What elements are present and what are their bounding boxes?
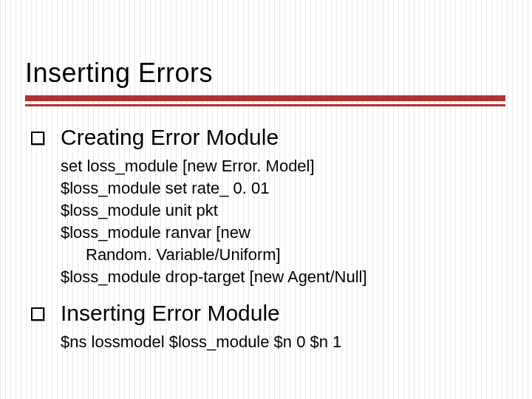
section-1-heading: Creating Error Module [61,123,279,152]
code-line: $loss_module ranvar [new [61,222,504,244]
square-bullet-icon [31,307,44,321]
square-bullet-icon [31,132,44,145]
code-line: set loss_module [new Error. Model] [61,155,504,177]
slide: Inserting Errors Creating Error Module s… [0,0,532,399]
title-rule-thin [25,104,505,106]
section-2: Inserting Error Module [31,299,504,328]
code-line-continuation: Random. Variable/Uniform] [61,244,504,266]
slide-title: Inserting Errors [25,58,213,89]
code-line: $loss_module set rate_ 0. 01 [61,177,504,200]
section-1: Creating Error Module [31,123,504,152]
code-line: $ns lossmodel $loss_module $n 0 $n 1 [61,331,504,353]
title-rule-thick [25,95,505,101]
slide-body: Creating Error Module set loss_module [n… [31,118,504,353]
section-2-heading: Inserting Error Module [61,299,280,328]
section-1-code: set loss_module [new Error. Model] $loss… [61,155,504,288]
code-line: $loss_module drop-target [new Agent/Null… [61,266,504,288]
code-line: $loss_module unit pkt [61,200,504,222]
section-2-code: $ns lossmodel $loss_module $n 0 $n 1 [61,331,504,353]
